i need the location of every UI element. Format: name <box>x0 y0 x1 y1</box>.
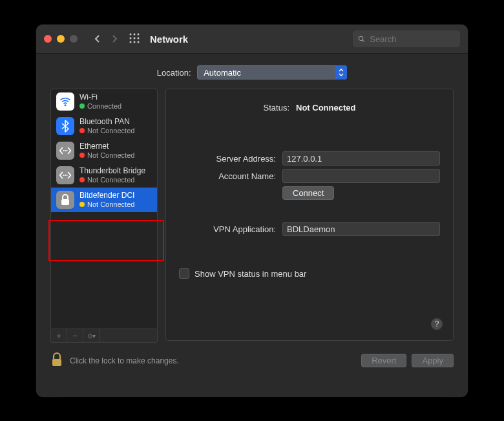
detail-panel: Status: Not Connected Server Address: Ac… <box>165 89 454 341</box>
footer: Click the lock to make changes. Revert A… <box>36 343 468 378</box>
svg-point-11 <box>65 104 67 106</box>
service-item-wifi[interactable]: Wi-Fi Connected <box>51 89 157 114</box>
wifi-icon <box>56 92 74 111</box>
services-list[interactable]: Wi-Fi Connected Bluetooth PAN Not Connec… <box>50 89 158 329</box>
svg-point-6 <box>130 41 132 43</box>
svg-line-10 <box>362 39 364 41</box>
connect-button[interactable]: Connect <box>282 186 334 200</box>
svg-point-13 <box>65 150 66 151</box>
service-status: Not Connected <box>87 126 134 135</box>
svg-point-4 <box>134 37 136 39</box>
svg-point-7 <box>134 41 136 43</box>
svg-point-14 <box>67 150 68 151</box>
svg-point-17 <box>67 175 68 176</box>
preferences-window: Network Location: Automatic Wi-Fi <box>36 25 468 397</box>
status-dot-icon <box>79 202 85 207</box>
svg-point-0 <box>130 33 132 35</box>
service-status: Not Connected <box>87 200 134 209</box>
status-dot-icon <box>79 153 85 158</box>
status-label: Status: <box>264 103 296 113</box>
close-window-button[interactable] <box>44 35 52 43</box>
list-toolbar: + − ⊙▾ <box>50 329 158 343</box>
service-name: Wi-Fi <box>79 92 121 102</box>
location-label: Location: <box>157 68 191 78</box>
account-name-label: Account Name: <box>179 171 282 181</box>
svg-point-3 <box>130 37 132 39</box>
vpn-application-label: VPN Application: <box>179 224 282 234</box>
location-popup[interactable]: Automatic <box>197 65 347 80</box>
window-title: Network <box>150 34 188 45</box>
svg-point-2 <box>138 33 140 35</box>
account-name-input[interactable] <box>282 169 440 183</box>
service-actions-button[interactable]: ⊙▾ <box>83 329 100 342</box>
service-item-ethernet[interactable]: Ethernet Not Connected <box>51 138 157 163</box>
status-dot-icon <box>79 177 85 182</box>
popup-arrows-icon <box>335 65 347 80</box>
status-value: Not Connected <box>296 103 355 113</box>
help-button[interactable]: ? <box>431 318 443 330</box>
lock-icon <box>56 191 74 209</box>
search-field[interactable] <box>353 30 460 47</box>
svg-point-5 <box>138 37 140 39</box>
bluetooth-icon <box>56 117 74 135</box>
svg-rect-19 <box>52 359 61 366</box>
svg-point-9 <box>359 36 362 40</box>
minimize-window-button[interactable] <box>57 35 65 43</box>
services-sidebar: Wi-Fi Connected Bluetooth PAN Not Connec… <box>50 89 158 343</box>
add-service-button[interactable]: + <box>51 329 67 342</box>
location-value: Automatic <box>204 68 241 78</box>
titlebar: Network <box>36 25 468 54</box>
service-name: Bluetooth PAN <box>79 117 134 126</box>
thunderbolt-icon <box>56 166 74 184</box>
show-vpn-status-label: Show VPN status in menu bar <box>194 269 306 279</box>
svg-point-16 <box>65 175 66 176</box>
show-vpn-status-checkbox[interactable] <box>179 268 189 279</box>
svg-point-8 <box>138 41 140 43</box>
window-controls <box>44 35 78 43</box>
revert-button[interactable]: Revert <box>361 354 406 367</box>
remove-service-button[interactable]: − <box>67 329 83 342</box>
service-name: Thunderbolt Bridge <box>79 166 145 175</box>
search-input[interactable] <box>368 34 455 45</box>
status-dot-icon <box>79 103 85 109</box>
svg-point-15 <box>63 175 65 176</box>
svg-point-12 <box>63 150 65 151</box>
service-item-vpn[interactable]: Bitdefender DCI Not Connected <box>51 188 157 212</box>
zoom-window-button[interactable] <box>70 35 78 43</box>
service-name: Bitdefender DCI <box>79 191 134 200</box>
svg-point-1 <box>134 33 136 35</box>
ethernet-icon <box>56 142 74 160</box>
service-item-bluetooth[interactable]: Bluetooth PAN Not Connected <box>51 114 157 138</box>
server-address-input[interactable] <box>282 151 440 166</box>
server-address-label: Server Address: <box>179 154 282 164</box>
svg-rect-18 <box>61 199 69 205</box>
location-row: Location: Automatic <box>36 54 468 89</box>
service-status: Not Connected <box>87 151 134 160</box>
back-button[interactable] <box>90 32 105 46</box>
service-name: Ethernet <box>79 142 134 151</box>
forward-button[interactable] <box>107 32 121 46</box>
vpn-application-input[interactable] <box>282 222 440 236</box>
status-dot-icon <box>79 128 85 133</box>
lock-message: Click the lock to make changes. <box>70 356 179 365</box>
service-item-thunderbolt[interactable]: Thunderbolt Bridge Not Connected <box>51 163 157 188</box>
lock-button[interactable] <box>50 352 63 369</box>
search-icon <box>358 35 365 43</box>
apply-button[interactable]: Apply <box>412 354 454 367</box>
show-all-button[interactable] <box>129 33 140 45</box>
service-status: Not Connected <box>87 175 134 184</box>
service-status: Connected <box>87 102 121 111</box>
